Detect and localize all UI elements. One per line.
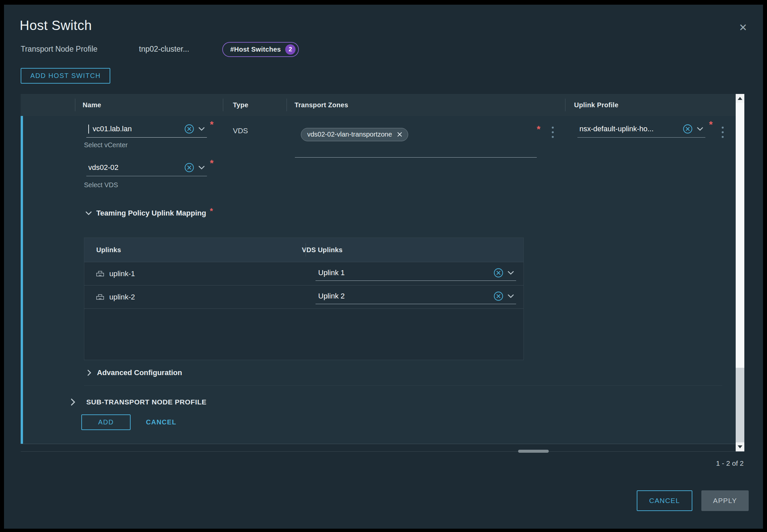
- vds-combobox[interactable]: vds02-02: [86, 161, 207, 176]
- scrollbar-track[interactable]: [736, 103, 744, 442]
- clear-icon[interactable]: [184, 124, 194, 134]
- vds-uplinks-column-header: VDS Uplinks: [294, 246, 343, 254]
- teaming-policy-section-toggle[interactable]: Teaming Policy Uplink Mapping *: [85, 209, 213, 218]
- column-header-type[interactable]: Type: [233, 94, 248, 116]
- arrow-down-icon: [738, 445, 742, 448]
- nic-port-icon: [96, 293, 105, 300]
- selected-row-accent: [21, 116, 23, 444]
- vds-helper: Select VDS: [84, 181, 118, 189]
- uplinks-column-header: Uplinks: [84, 246, 294, 254]
- vcenter-helper: Select vCenter: [84, 141, 128, 149]
- horizontal-scrollbar-thumb[interactable]: [518, 450, 549, 453]
- chevron-down-icon: [85, 209, 93, 217]
- advanced-configuration-toggle[interactable]: Advanced Configuration: [85, 368, 182, 377]
- pagination-text: 1 - 2 of 2: [716, 452, 744, 475]
- clear-icon[interactable]: [184, 163, 194, 173]
- column-separator: [287, 99, 287, 111]
- sub-transport-node-profile-toggle[interactable]: SUB-TRANSPORT NODE PROFILE: [68, 397, 207, 407]
- transport-zones-input-underline[interactable]: [295, 157, 537, 158]
- pill-count-badge: 2: [285, 44, 296, 55]
- vertical-scrollbar[interactable]: [736, 94, 744, 451]
- text-cursor: [88, 125, 89, 134]
- pagination-bar: 1 - 2 of 2: [21, 451, 744, 475]
- advanced-configuration-label: Advanced Configuration: [97, 368, 182, 377]
- chevron-down-icon[interactable]: [507, 269, 515, 277]
- type-value: VDS: [233, 127, 248, 135]
- host-switches-table: Name Type Transport Zones Uplink Profile…: [21, 94, 744, 451]
- uplink-name: uplink-1: [109, 269, 135, 278]
- column-separator: [306, 243, 306, 257]
- chevron-right-icon: [85, 369, 93, 377]
- chevron-down-icon[interactable]: [198, 125, 206, 133]
- column-separator: [565, 99, 565, 111]
- vds-uplink-value: Uplink 1: [318, 268, 490, 277]
- vds-uplink-combobox[interactable]: Uplink 2: [316, 290, 516, 304]
- chevron-down-icon[interactable]: [507, 292, 515, 300]
- chevron-right-icon: [68, 397, 78, 407]
- chip-remove-icon[interactable]: [397, 132, 402, 137]
- vds-value: vds02-02: [88, 163, 181, 172]
- clear-icon[interactable]: [493, 268, 503, 278]
- vcenter-combobox[interactable]: vc01.lab.lan: [86, 122, 207, 138]
- uplink-profile-value: nsx-default-uplink-ho...: [579, 125, 679, 133]
- add-button[interactable]: ADD: [81, 414, 131, 430]
- uplink-row: uplink-2 Uplink 2: [84, 285, 523, 308]
- chevron-down-icon[interactable]: [696, 125, 704, 133]
- host-switch-edit-row: vc01.lab.lan * Select vCenter vds02-02: [21, 116, 736, 444]
- breadcrumb-value[interactable]: tnp02-cluster...: [139, 45, 189, 54]
- breadcrumb-label: Transport Node Profile: [21, 45, 98, 54]
- table-header-row: Name Type Transport Zones Uplink Profile: [21, 94, 736, 116]
- clear-icon[interactable]: [493, 291, 503, 301]
- required-marker: *: [709, 119, 713, 130]
- scrollbar-thumb[interactable]: [736, 103, 744, 368]
- host-switches-pill[interactable]: #Host Switches 2: [222, 42, 299, 57]
- required-marker: *: [210, 207, 213, 216]
- close-icon[interactable]: ✕: [736, 20, 750, 35]
- dialog-cancel-button[interactable]: CANCEL: [637, 490, 692, 511]
- table-empty-area: [21, 444, 736, 451]
- required-marker: *: [537, 124, 540, 135]
- column-separator: [223, 99, 223, 111]
- uplink-table-empty-area: [84, 308, 523, 360]
- required-marker: *: [210, 158, 214, 169]
- chevron-down-icon[interactable]: [198, 164, 206, 172]
- column-header-transport-zones[interactable]: Transport Zones: [295, 94, 348, 116]
- scroll-down-button[interactable]: [736, 442, 744, 451]
- transport-zone-chip[interactable]: vds02-02-vlan-transportzone: [301, 128, 408, 141]
- clear-icon[interactable]: [683, 124, 693, 134]
- arrow-up-icon: [738, 97, 742, 100]
- uplink-profile-menu-icon[interactable]: [720, 125, 725, 139]
- vds-uplink-combobox[interactable]: Uplink 1: [316, 266, 516, 281]
- add-host-switch-button[interactable]: ADD HOST SWITCH: [21, 68, 110, 84]
- column-header-name[interactable]: Name: [83, 94, 101, 116]
- host-switch-screen: Host Switch ✕ Transport Node Profile tnp…: [0, 0, 767, 532]
- vds-uplink-value: Uplink 2: [318, 292, 490, 300]
- section-divider: [84, 385, 722, 386]
- nic-port-icon: [96, 270, 105, 277]
- transport-zones-menu-icon[interactable]: [550, 125, 555, 139]
- required-marker: *: [210, 119, 214, 130]
- uplink-row: uplink-1 Uplink 1: [84, 262, 523, 285]
- dialog-title: Host Switch: [20, 18, 92, 33]
- column-separator: [75, 99, 75, 111]
- teaming-policy-label: Teaming Policy Uplink Mapping: [96, 209, 206, 218]
- uplink-profile-combobox[interactable]: nsx-default-uplink-ho...: [577, 122, 705, 138]
- transport-zone-chip-label: vds02-02-vlan-transportzone: [307, 131, 392, 138]
- column-header-uplink-profile[interactable]: Uplink Profile: [574, 94, 618, 116]
- uplink-mapping-table: Uplinks VDS Uplinks uplink-1 Uplink 1: [84, 238, 524, 360]
- vcenter-value: vc01.lab.lan: [93, 125, 181, 133]
- uplink-table-header: Uplinks VDS Uplinks: [84, 238, 523, 262]
- scroll-up-button[interactable]: [736, 94, 744, 103]
- uplink-name: uplink-2: [109, 293, 135, 301]
- pill-label: #Host Switches: [230, 46, 281, 53]
- dialog-apply-button[interactable]: APPLY: [701, 490, 749, 511]
- cancel-link[interactable]: CANCEL: [146, 414, 177, 430]
- sub-transport-node-profile-label: SUB-TRANSPORT NODE PROFILE: [86, 398, 207, 406]
